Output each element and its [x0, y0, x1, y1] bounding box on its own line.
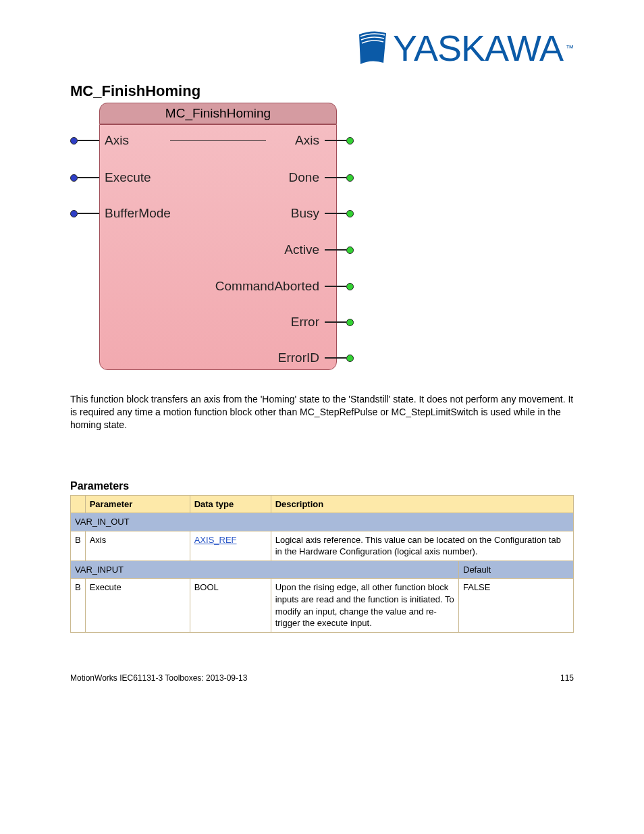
- row-b: B: [71, 579, 86, 632]
- row-default: FALSE: [459, 579, 574, 632]
- description-text: This function block transfers an axis fr…: [70, 393, 574, 432]
- port-dot-icon: [70, 174, 78, 182]
- row-desc: Upon the rising edge, all other function…: [271, 579, 458, 632]
- table-row: B Axis AXIS_REF Logical axis reference. …: [71, 531, 574, 561]
- port-dot-icon: [70, 137, 78, 145]
- row-desc: Logical axis reference. This value can b…: [271, 531, 573, 561]
- port-dot-icon: [70, 210, 78, 217]
- logo-trademark: ™: [566, 43, 574, 53]
- fb-title: MC_FinishHoming: [99, 103, 337, 124]
- fb-output-active: Active: [284, 242, 354, 257]
- fb-output-axis: Axis: [295, 133, 354, 148]
- page-title: MC_FinishHoming: [70, 82, 574, 100]
- fb-output-error: Error: [291, 315, 354, 330]
- function-block-diagram: MC_FinishHoming Axis Execute BufferMode …: [70, 103, 354, 386]
- parameters-table: Parameter Data type Description VAR_IN_O…: [70, 495, 574, 633]
- row-b: B: [71, 531, 86, 561]
- row-param: Execute: [85, 579, 190, 632]
- page-footer: MotionWorks IEC61131-3 Toolboxes: 2013-0…: [70, 673, 574, 683]
- port-dot-icon: [346, 137, 354, 145]
- footer-page-number: 115: [560, 673, 574, 683]
- section-var-input: VAR_INPUT: [71, 561, 459, 579]
- col-header-blank: [71, 495, 86, 513]
- table-row: B Execute BOOL Upon the rising edge, all…: [71, 579, 574, 632]
- fb-input-axis: Axis: [70, 133, 129, 148]
- row-type: BOOL: [190, 579, 271, 632]
- axis-link-line: [170, 140, 266, 141]
- section-var-input-default: Default: [459, 561, 574, 579]
- col-header-param: Parameter: [85, 495, 190, 513]
- fb-input-execute: Execute: [70, 170, 151, 185]
- row-type: AXIS_REF: [190, 531, 271, 561]
- fb-output-busy: Busy: [291, 206, 354, 221]
- port-pin-icon: [78, 140, 91, 141]
- col-header-type: Data type: [190, 495, 271, 513]
- axis-ref-link[interactable]: AXIS_REF: [194, 535, 237, 545]
- brand-logo: YASKAWA ™: [70, 27, 574, 69]
- footer-left: MotionWorks IEC61131-3 Toolboxes: 2013-0…: [70, 673, 247, 683]
- logo-mark-icon: [358, 30, 387, 66]
- col-header-desc: Description: [271, 495, 573, 513]
- fb-output-commandaborted: CommandAborted: [215, 279, 354, 294]
- fb-input-buffermode: BufferMode: [70, 206, 171, 221]
- fb-output-done: Done: [289, 170, 354, 185]
- parameters-heading: Parameters: [70, 480, 574, 492]
- fb-output-errorid: ErrorID: [278, 350, 354, 365]
- row-param: Axis: [85, 531, 190, 561]
- logo-text: YASKAWA: [393, 27, 563, 69]
- section-var-in-out: VAR_IN_OUT: [71, 513, 574, 531]
